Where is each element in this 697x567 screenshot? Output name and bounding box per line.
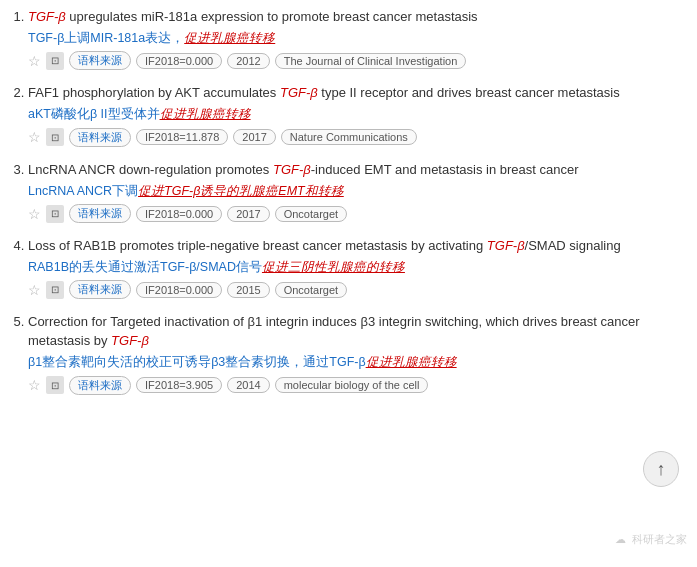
- if-tag[interactable]: IF2018=0.000: [136, 282, 222, 298]
- tgfb-inner: TGF-β: [487, 238, 525, 253]
- tgfb-inner: TGF-β: [280, 85, 318, 100]
- journal-tag[interactable]: molecular biology of the cell: [275, 377, 429, 393]
- source-tag[interactable]: 语料来源: [69, 376, 131, 395]
- result-subtitle-1[interactable]: TGF-β上调MIR-181a表达，促进乳腺癌转移: [28, 30, 687, 48]
- title-text-part: upregulates miR-181a expression to promo…: [66, 9, 478, 24]
- copy-icon-button[interactable]: ⊡: [46, 281, 64, 299]
- title-text-part: type II receptor and drives breast cance…: [318, 85, 620, 100]
- copy-icon-button[interactable]: ⊡: [46, 128, 64, 146]
- star-icon[interactable]: ☆: [28, 377, 41, 393]
- scroll-up-button[interactable]: ↑: [643, 451, 679, 487]
- journal-tag[interactable]: Nature Communications: [281, 129, 417, 145]
- copy-icon-button[interactable]: ⊡: [46, 205, 64, 223]
- subtitle-normal-text: LncRNA ANCR下调: [28, 184, 138, 198]
- result-subtitle-2[interactable]: aKT磷酸化β II型受体并促进乳腺癌转移: [28, 106, 687, 124]
- star-icon[interactable]: ☆: [28, 129, 41, 145]
- source-tag[interactable]: 语料来源: [69, 128, 131, 147]
- if-tag[interactable]: IF2018=3.905: [136, 377, 222, 393]
- copy-icon-button[interactable]: ⊡: [46, 52, 64, 70]
- star-icon[interactable]: ☆: [28, 206, 41, 222]
- if-tag[interactable]: IF2018=11.878: [136, 129, 228, 145]
- star-icon[interactable]: ☆: [28, 282, 41, 298]
- result-title-1: TGF-β upregulates miR-181a expression to…: [28, 8, 687, 27]
- meta-row-2: ☆⊡语料来源IF2018=11.8782017Nature Communicat…: [28, 128, 687, 147]
- star-icon[interactable]: ☆: [28, 53, 41, 69]
- result-subtitle-3[interactable]: LncRNA ANCR下调促进TGF-β诱导的乳腺癌EMT和转移: [28, 183, 687, 201]
- result-subtitle-4[interactable]: RAB1B的丢失通过激活TGF-β/SMAD信号促进三阴性乳腺癌的转移: [28, 259, 687, 277]
- journal-tag[interactable]: Oncotarget: [275, 206, 347, 222]
- subtitle-emphasis-text: 促进TGF-β诱导的乳腺癌EMT和转移: [138, 184, 344, 198]
- title-text-part: -induced EMT and metastasis in breast ca…: [311, 162, 579, 177]
- if-tag[interactable]: IF2018=0.000: [136, 206, 222, 222]
- subtitle-emphasis-text: 促进三阴性乳腺癌的转移: [262, 260, 405, 274]
- subtitle-emphasis-text: 促进乳腺癌转移: [184, 31, 275, 45]
- watermark-text: 科研者之家: [632, 533, 687, 545]
- if-tag[interactable]: IF2018=0.000: [136, 53, 222, 69]
- meta-row-1: ☆⊡语料来源IF2018=0.0002012The Journal of Cli…: [28, 51, 687, 70]
- result-title-3: LncRNA ANCR down-regulation promotes TGF…: [28, 161, 687, 180]
- year-tag[interactable]: 2017: [227, 206, 269, 222]
- result-item-4: Loss of RAB1B promotes triple-negative b…: [28, 237, 687, 299]
- result-title-4: Loss of RAB1B promotes triple-negative b…: [28, 237, 687, 256]
- subtitle-normal-text: β1整合素靶向失活的校正可诱导β3整合素切换，通过TGF-β: [28, 355, 366, 369]
- subtitle-normal-text: RAB1B的丢失通过激活TGF-β/SMAD信号: [28, 260, 262, 274]
- subtitle-emphasis-text: 促进乳腺癌转移: [366, 355, 457, 369]
- tgfb-inner: TGF-β: [273, 162, 311, 177]
- title-text-part: Loss of RAB1B promotes triple-negative b…: [28, 238, 487, 253]
- year-tag[interactable]: 2017: [233, 129, 275, 145]
- subtitle-normal-text: TGF-β上调MIR-181a表达，: [28, 31, 184, 45]
- watermark: ☁ 科研者之家: [615, 532, 687, 547]
- title-text-part: /SMAD signaling: [525, 238, 621, 253]
- source-tag[interactable]: 语料来源: [69, 51, 131, 70]
- year-tag[interactable]: 2014: [227, 377, 269, 393]
- result-item-2: FAF1 phosphorylation by AKT accumulates …: [28, 84, 687, 146]
- year-tag[interactable]: 2012: [227, 53, 269, 69]
- meta-row-5: ☆⊡语料来源IF2018=3.9052014molecular biology …: [28, 376, 687, 395]
- year-tag[interactable]: 2015: [227, 282, 269, 298]
- title-text-part: FAF1 phosphorylation by AKT accumulates: [28, 85, 280, 100]
- result-title-5: Correction for Targeted inactivation of …: [28, 313, 687, 351]
- journal-tag[interactable]: Oncotarget: [275, 282, 347, 298]
- result-subtitle-5[interactable]: β1整合素靶向失活的校正可诱导β3整合素切换，通过TGF-β促进乳腺癌转移: [28, 354, 687, 372]
- subtitle-emphasis-text: 促进乳腺癌转移: [160, 107, 251, 121]
- subtitle-normal-text: aKT磷酸化β II型受体并: [28, 107, 160, 121]
- watermark-icon: ☁: [615, 533, 626, 546]
- tgfb-inner: TGF-β: [111, 333, 149, 348]
- source-tag[interactable]: 语料来源: [69, 204, 131, 223]
- result-title-2: FAF1 phosphorylation by AKT accumulates …: [28, 84, 687, 103]
- tgfb-inner: TGF-β: [28, 9, 66, 24]
- copy-icon-button[interactable]: ⊡: [46, 376, 64, 394]
- journal-tag[interactable]: The Journal of Clinical Investigation: [275, 53, 467, 69]
- source-tag[interactable]: 语料来源: [69, 280, 131, 299]
- result-item-5: Correction for Targeted inactivation of …: [28, 313, 687, 394]
- title-text-part: LncRNA ANCR down-regulation promotes: [28, 162, 273, 177]
- result-item-1: TGF-β upregulates miR-181a expression to…: [28, 8, 687, 70]
- result-item-3: LncRNA ANCR down-regulation promotes TGF…: [28, 161, 687, 223]
- meta-row-3: ☆⊡语料来源IF2018=0.0002017Oncotarget: [28, 204, 687, 223]
- meta-row-4: ☆⊡语料来源IF2018=0.0002015Oncotarget: [28, 280, 687, 299]
